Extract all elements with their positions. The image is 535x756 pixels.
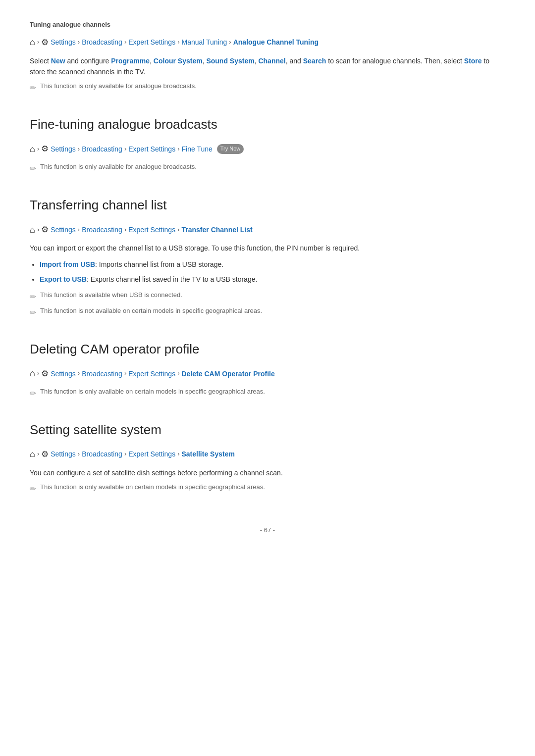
sat-breadcrumb-satellite-system[interactable]: Satellite System	[182, 449, 235, 459]
deleting-cam-note-row: ✏ This function is only available on cer…	[30, 387, 505, 400]
satellite-section: Setting satellite system ⌂ › ⚙ Settings …	[30, 420, 505, 496]
fine-tuning-breadcrumb: ⌂ › ⚙ Settings › Broadcasting › Expert S…	[30, 142, 505, 156]
dc-breadcrumb-expert-settings[interactable]: Expert Settings	[128, 368, 175, 379]
export-usb-link[interactable]: Export to USB	[40, 275, 87, 283]
page-number: - 67 -	[30, 525, 505, 536]
dc-breadcrumb-delete-cam[interactable]: Delete CAM Operator Profile	[182, 368, 275, 379]
sat-breadcrumb-expert-settings[interactable]: Expert Settings	[128, 449, 175, 459]
pencil-icon-5: ✏	[30, 387, 36, 400]
transferring-breadcrumb: ⌂ › ⚙ Settings › Broadcasting › Expert S…	[30, 223, 505, 237]
gear-icon: ⚙	[41, 36, 49, 49]
transferring-section: Transferring channel list ⌂ › ⚙ Settings…	[30, 195, 505, 319]
list-item-export: Export to USB: Exports channel list save…	[40, 274, 505, 285]
dc-breadcrumb-settings[interactable]: Settings	[51, 368, 76, 379]
deleting-cam-title: Deleting CAM operator profile	[30, 339, 505, 360]
link-search[interactable]: Search	[303, 57, 326, 65]
pencil-icon-4: ✏	[30, 306, 36, 319]
satellite-note-row: ✏ This function is only available on cer…	[30, 482, 505, 496]
link-channel[interactable]: Channel	[258, 57, 285, 65]
gear-icon-2: ⚙	[41, 142, 49, 155]
transferring-note2-row: ✏ This function is not available on cert…	[30, 306, 505, 319]
home-icon-4: ⌂	[30, 366, 35, 381]
tr-breadcrumb-transfer[interactable]: Transfer Channel List	[182, 224, 253, 235]
list-item-import: Import from USB: Imports channel list fr…	[40, 259, 505, 270]
deleting-cam-breadcrumb: ⌂ › ⚙ Settings › Broadcasting › Expert S…	[30, 366, 505, 381]
gear-icon-3: ⚙	[41, 223, 49, 236]
ft-breadcrumb-fine-tune[interactable]: Fine Tune	[182, 144, 213, 154]
ft-breadcrumb-settings[interactable]: Settings	[51, 144, 76, 154]
satellite-breadcrumb: ⌂ › ⚙ Settings › Broadcasting › Expert S…	[30, 447, 505, 461]
fine-tuning-note: This function is only available for anal…	[40, 162, 197, 172]
import-usb-text: : Imports channel list from a USB storag…	[95, 260, 223, 268]
tr-breadcrumb-expert-settings[interactable]: Expert Settings	[128, 224, 175, 235]
tuning-note-row: ✏ This function is only available for an…	[30, 81, 505, 95]
breadcrumb-manual-tuning[interactable]: Manual Tuning	[182, 37, 227, 48]
sep1: ›	[37, 37, 39, 48]
export-usb-text: : Exports channel list saved in the TV t…	[87, 275, 257, 283]
pencil-icon-3: ✏	[30, 291, 36, 303]
tuning-note: This function is only available for anal…	[40, 81, 197, 92]
transferring-note2: This function is not available on certai…	[40, 306, 262, 316]
sep2: ›	[78, 37, 80, 48]
pencil-icon-2: ✏	[30, 162, 36, 175]
breadcrumb-settings[interactable]: Settings	[51, 37, 76, 48]
satellite-title: Setting satellite system	[30, 420, 505, 441]
sep3: ›	[124, 37, 126, 48]
link-colour-system[interactable]: Colour System	[154, 57, 203, 65]
sep4: ›	[177, 37, 179, 48]
tuning-body: Select New and configure Programme, Colo…	[30, 55, 505, 78]
home-icon-2: ⌂	[30, 142, 35, 156]
link-sound-system[interactable]: Sound System	[206, 57, 254, 65]
ft-breadcrumb-broadcasting[interactable]: Broadcasting	[82, 144, 122, 154]
home-icon-3: ⌂	[30, 223, 35, 237]
import-usb-link[interactable]: Import from USB	[40, 260, 95, 268]
deleting-cam-section: Deleting CAM operator profile ⌂ › ⚙ Sett…	[30, 339, 505, 400]
sep5: ›	[229, 37, 231, 48]
transferring-list: Import from USB: Imports channel list fr…	[40, 259, 505, 285]
fine-tuning-section: Fine-tuning analogue broadcasts ⌂ › ⚙ Se…	[30, 114, 505, 175]
home-icon: ⌂	[30, 35, 35, 50]
pencil-icon-1: ✏	[30, 82, 36, 95]
link-new[interactable]: New	[51, 57, 65, 65]
deleting-cam-note: This function is only available on certa…	[40, 387, 265, 397]
home-icon-5: ⌂	[30, 447, 35, 461]
dc-breadcrumb-broadcasting[interactable]: Broadcasting	[82, 368, 122, 379]
try-now-badge[interactable]: Try Now	[217, 144, 244, 154]
ft-breadcrumb-expert-settings[interactable]: Expert Settings	[128, 144, 175, 154]
tuning-breadcrumb: ⌂ › ⚙ Settings › Broadcasting › Expert S…	[30, 35, 505, 50]
pencil-icon-6: ✏	[30, 483, 36, 496]
breadcrumb-analogue-channel-tuning[interactable]: Analogue Channel Tuning	[233, 37, 319, 48]
fine-tuning-note-row: ✏ This function is only available for an…	[30, 162, 505, 175]
link-programme[interactable]: Programme	[111, 57, 150, 65]
tuning-subtitle: Tuning analogue channels	[30, 20, 505, 30]
tuning-section: Tuning analogue channels ⌂ › ⚙ Settings …	[30, 20, 505, 95]
satellite-body: You can configure a set of satellite dis…	[30, 467, 505, 478]
transferring-body: You can import or export the channel lis…	[30, 243, 505, 253]
breadcrumb-expert-settings[interactable]: Expert Settings	[128, 37, 175, 48]
breadcrumb-broadcasting[interactable]: Broadcasting	[82, 37, 122, 48]
tr-breadcrumb-settings[interactable]: Settings	[51, 224, 76, 235]
link-store[interactable]: Store	[464, 57, 482, 65]
gear-icon-4: ⚙	[41, 367, 49, 380]
sat-breadcrumb-settings[interactable]: Settings	[51, 449, 76, 459]
transferring-note1: This function is available when USB is c…	[40, 290, 182, 301]
tr-breadcrumb-broadcasting[interactable]: Broadcasting	[82, 224, 122, 235]
satellite-note: This function is only available on certa…	[40, 482, 265, 493]
fine-tuning-title: Fine-tuning analogue broadcasts	[30, 114, 505, 135]
sat-breadcrumb-broadcasting[interactable]: Broadcasting	[82, 449, 122, 459]
transferring-title: Transferring channel list	[30, 195, 505, 216]
transferring-note1-row: ✏ This function is available when USB is…	[30, 290, 505, 303]
gear-icon-5: ⚙	[41, 448, 49, 461]
